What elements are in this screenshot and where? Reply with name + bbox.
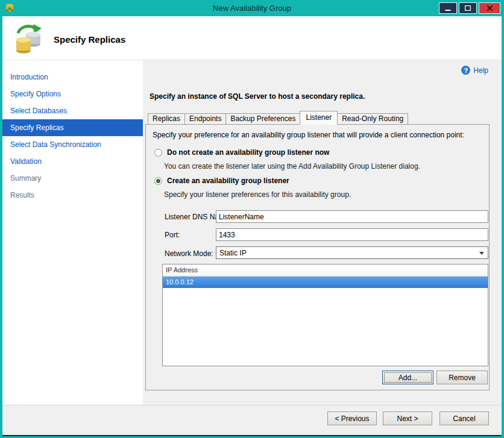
sidebar-item-specify-replicas[interactable]: Specify Replicas xyxy=(2,119,143,136)
listener-tab-page: Specify your preference for an availabil… xyxy=(145,124,490,390)
maximize-icon xyxy=(465,5,471,11)
ip-address-column-header[interactable]: IP Address xyxy=(163,264,488,277)
page-instruction: Specify an instance of SQL Server to hos… xyxy=(150,92,365,101)
previous-button[interactable]: < Previous xyxy=(327,411,377,425)
network-mode-label: Network Mode: xyxy=(165,249,213,258)
content-area: Introduction Specify Options Select Data… xyxy=(2,60,502,405)
help-icon: ? xyxy=(461,66,470,75)
minimize-button[interactable] xyxy=(439,2,457,14)
page-title: Specify Replicas xyxy=(54,34,125,45)
radio-create-listener-label: Create an availability group listener xyxy=(167,177,289,185)
sidebar-item-validation[interactable]: Validation xyxy=(2,153,143,170)
close-icon xyxy=(487,5,493,11)
port-input[interactable] xyxy=(216,228,488,241)
wizard-header: Specify Replicas xyxy=(2,16,502,60)
no-listener-description: You can create the listener later using … xyxy=(164,162,420,171)
sidebar-item-select-databases[interactable]: Select Databases xyxy=(2,102,143,119)
ip-address-row[interactable]: 10.0.0.12 xyxy=(163,277,488,288)
listener-dns-name-input[interactable] xyxy=(216,210,488,223)
radio-no-listener-label: Do not create an availability group list… xyxy=(167,148,329,157)
network-mode-select[interactable]: Static IP xyxy=(216,246,488,259)
ip-address-list[interactable]: IP Address 10.0.0.12 xyxy=(162,264,488,366)
port-label: Port: xyxy=(165,231,180,239)
tab-endpoints[interactable]: Endpoints xyxy=(184,113,226,125)
close-button[interactable] xyxy=(479,2,500,14)
sidebar-item-results: Results xyxy=(2,187,143,204)
help-label: Help xyxy=(473,66,488,75)
create-listener-description: Specify your listener preferences for th… xyxy=(164,190,351,199)
tab-read-only-routing[interactable]: Read-Only Routing xyxy=(337,113,408,125)
radio-option-no-listener[interactable]: Do not create an availability group list… xyxy=(154,148,329,157)
radio-unchecked-icon xyxy=(154,149,162,157)
sidebar-item-specify-options[interactable]: Specify Options xyxy=(2,86,143,102)
new-availability-group-window: New Availability Group xyxy=(0,0,504,438)
radio-option-create-listener[interactable]: Create an availability group listener xyxy=(154,177,289,185)
wizard-footer: < Previous Next > Cancel xyxy=(2,405,502,435)
listener-description: Specify your preference for an availabil… xyxy=(153,131,482,139)
radio-checked-icon xyxy=(154,177,162,185)
next-button[interactable]: Next > xyxy=(383,411,432,425)
tab-strip: Replicas Endpoints Backup Preferences Li… xyxy=(148,111,408,125)
main-panel: ? Help Specify an instance of SQL Server… xyxy=(143,60,502,405)
window-title: New Availability Group xyxy=(0,0,504,16)
add-button[interactable]: Add... xyxy=(382,371,433,384)
dialog-body: Specify Replicas Introduction Specify Op… xyxy=(2,16,502,435)
cancel-button[interactable]: Cancel xyxy=(439,411,489,425)
tab-listener[interactable]: Listener xyxy=(300,111,338,125)
maximize-button[interactable] xyxy=(459,2,477,14)
wizard-steps-sidebar: Introduction Specify Options Select Data… xyxy=(2,60,143,405)
availability-group-icon xyxy=(13,22,43,55)
remove-button[interactable]: Remove xyxy=(436,371,488,384)
sidebar-item-introduction[interactable]: Introduction xyxy=(2,69,143,86)
sidebar-item-summary: Summary xyxy=(2,170,143,187)
sidebar-item-select-data-synchronization[interactable]: Select Data Synchronization xyxy=(2,136,143,153)
tab-backup-preferences[interactable]: Backup Preferences xyxy=(225,113,300,125)
window-controls xyxy=(439,2,500,14)
title-bar[interactable]: New Availability Group xyxy=(0,0,504,16)
help-link[interactable]: ? Help xyxy=(461,66,488,75)
tab-replicas[interactable]: Replicas xyxy=(148,113,185,125)
minimize-icon xyxy=(445,5,451,11)
network-mode-value: Static IP xyxy=(219,249,247,257)
chevron-down-icon xyxy=(479,252,484,255)
